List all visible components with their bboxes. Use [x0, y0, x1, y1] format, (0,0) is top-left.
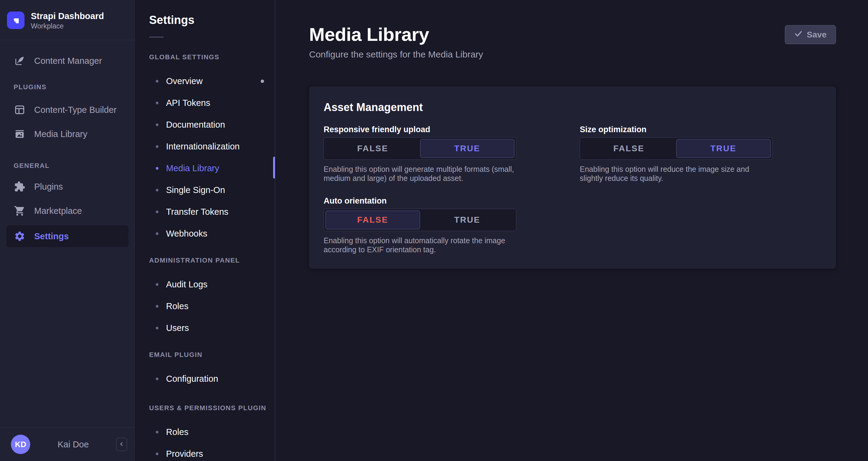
- bullet-icon: [156, 211, 158, 213]
- bullet-icon: [156, 145, 158, 148]
- save-button-label: Save: [807, 30, 827, 40]
- strapi-app: Strapi Dashboard Workplace Content Manag…: [0, 0, 868, 461]
- subnav-item-label: API Tokens: [166, 98, 210, 108]
- subnav-item-label: Audit Logs: [166, 279, 208, 289]
- sidebar-collapse-button[interactable]: [116, 438, 127, 451]
- nav-item-label: Marketplace: [34, 206, 82, 216]
- nav-item-label: Media Library: [34, 129, 87, 139]
- toggle-option-false[interactable]: FALSE: [582, 139, 676, 158]
- subnav-item-users[interactable]: Users: [134, 317, 275, 339]
- brand-workspace: Workplace: [31, 22, 104, 31]
- main-sidebar: Strapi Dashboard Workplace Content Manag…: [0, 0, 134, 461]
- bullet-icon: [156, 80, 158, 83]
- field-description: Enabling this option will generate multi…: [323, 164, 516, 183]
- cart-icon: [13, 205, 26, 217]
- auto-orientation-toggle: FALSE TRUE: [323, 209, 516, 231]
- toggle-option-true[interactable]: TRUE: [420, 139, 515, 158]
- nav-item-content-type-builder[interactable]: Content-Type Builder: [0, 98, 134, 122]
- subnav-item-documentation[interactable]: Documentation: [134, 114, 275, 135]
- bullet-icon: [156, 377, 158, 380]
- field-label: Auto orientation: [323, 196, 516, 206]
- size-optimization-toggle: FALSE TRUE: [580, 137, 772, 160]
- settings-subnav: Settings GLOBAL SETTINGS Overview API To…: [134, 0, 275, 461]
- nav-item-media-library[interactable]: Media Library: [0, 122, 134, 146]
- subnav-item-label: Overview: [166, 76, 253, 86]
- images-icon: [13, 128, 26, 140]
- subnav-item-label: Single Sign-On: [166, 185, 225, 195]
- workspace-brand[interactable]: Strapi Dashboard Workplace: [0, 0, 134, 40]
- toggle-option-true[interactable]: TRUE: [420, 211, 515, 229]
- bullet-icon: [156, 123, 158, 126]
- nav-section-plugins: PLUGINS: [0, 83, 134, 91]
- sidebar-footer: KD Kai Doe: [0, 427, 134, 461]
- avatar[interactable]: KD: [11, 435, 30, 454]
- subnav-item-up-roles[interactable]: Roles: [134, 421, 275, 443]
- toggle-option-false[interactable]: FALSE: [326, 139, 420, 158]
- save-button[interactable]: Save: [785, 25, 836, 44]
- nav-item-content-manager[interactable]: Content Manager: [0, 49, 134, 73]
- toggle-option-true[interactable]: TRUE: [676, 139, 771, 158]
- bullet-icon: [156, 167, 158, 170]
- field-description: Enabling this option will reduce the ima…: [580, 164, 772, 183]
- toggle-option-false[interactable]: FALSE: [326, 211, 420, 229]
- subnav-item-label: Roles: [166, 301, 188, 311]
- nav-item-plugins[interactable]: Plugins: [0, 175, 134, 199]
- subnav-item-label: Internationalization: [166, 142, 240, 152]
- active-item-indicator: [273, 157, 275, 179]
- subnav-item-api-tokens[interactable]: API Tokens: [134, 92, 275, 114]
- check-icon: [794, 29, 803, 40]
- nav-item-label: Content-Type Builder: [34, 105, 117, 115]
- subnav-item-configuration[interactable]: Configuration: [134, 368, 275, 390]
- subnav-item-label: Providers: [166, 449, 203, 459]
- subnav-item-media-library[interactable]: Media Library: [134, 157, 275, 179]
- bullet-icon: [156, 232, 158, 235]
- subnav-item-providers[interactable]: Providers: [134, 443, 275, 461]
- subnav-group-email-plugin: EMAIL PLUGIN: [134, 351, 275, 359]
- subnav-item-single-sign-on[interactable]: Single Sign-On: [134, 179, 275, 201]
- bullet-icon: [156, 283, 158, 286]
- nav-section-general: GENERAL: [0, 162, 134, 170]
- bullet-icon: [156, 189, 158, 191]
- field-description: Enabling this option will automatically …: [323, 236, 516, 254]
- nav-item-label: Content Manager: [34, 56, 102, 66]
- subnav-item-label: Transfer Tokens: [166, 207, 228, 217]
- subnav-item-overview[interactable]: Overview: [134, 70, 275, 92]
- subnav-item-internationalization[interactable]: Internationalization: [134, 135, 275, 157]
- subnav-item-label: Configuration: [166, 374, 218, 384]
- subnav-item-label: Media Library: [166, 163, 219, 173]
- subnav-item-admin-roles[interactable]: Roles: [134, 295, 275, 317]
- title-block: Media Library Configure the settings for…: [309, 25, 483, 60]
- brand-text: Strapi Dashboard Workplace: [31, 10, 104, 31]
- card-title: Asset Management: [323, 101, 821, 114]
- gear-icon: [13, 230, 26, 242]
- subnav-group-administration-panel: ADMINISTRATION PANEL: [134, 256, 275, 265]
- subnav-item-transfer-tokens[interactable]: Transfer Tokens: [134, 201, 275, 223]
- puzzle-icon: [13, 181, 26, 193]
- nav-item-label: Plugins: [34, 182, 63, 192]
- field-label: Responsive friendly upload: [323, 125, 516, 134]
- field-size-optimization: Size optimization FALSE TRUE Enabling th…: [580, 125, 772, 183]
- subnav-group-global-settings: GLOBAL SETTINGS: [134, 53, 275, 61]
- field-auto-orientation: Auto orientation FALSE TRUE Enabling thi…: [323, 196, 516, 254]
- field-responsive-friendly-upload: Responsive friendly upload FALSE TRUE En…: [323, 125, 516, 183]
- content-header: Media Library Configure the settings for…: [309, 25, 836, 60]
- subnav-item-audit-logs[interactable]: Audit Logs: [134, 273, 275, 295]
- layout-icon: [13, 104, 26, 116]
- bullet-icon: [156, 431, 158, 433]
- subnav-item-label: Roles: [166, 427, 188, 437]
- page-subtitle: Configure the settings for the Media Lib…: [309, 49, 483, 60]
- edit-feather-icon: [13, 55, 26, 67]
- subnav-item-webhooks[interactable]: Webhooks: [134, 223, 275, 244]
- notification-dot-icon: [261, 80, 264, 83]
- bullet-icon: [156, 453, 158, 455]
- brand-title: Strapi Dashboard: [31, 10, 104, 22]
- chevron-left-icon: [119, 442, 124, 448]
- nav-item-settings[interactable]: Settings: [6, 225, 128, 247]
- subnav-item-label: Webhooks: [166, 229, 208, 239]
- subnav-divider: [149, 37, 164, 37]
- user-name: Kai Doe: [36, 439, 110, 450]
- page-title: Media Library: [309, 25, 483, 44]
- nav-item-marketplace[interactable]: Marketplace: [0, 199, 134, 223]
- nav-item-label: Settings: [34, 232, 69, 241]
- main-content: Media Library Configure the settings for…: [275, 0, 868, 461]
